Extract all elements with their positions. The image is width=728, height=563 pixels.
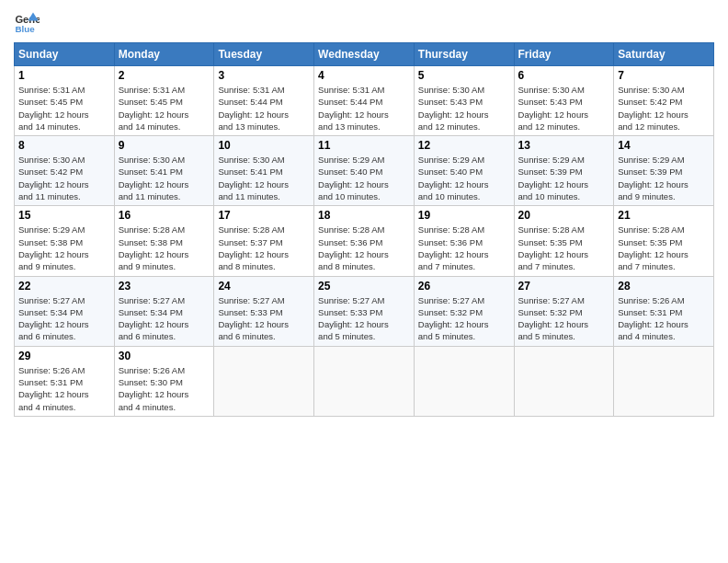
day-info: Sunrise: 5:31 AMSunset: 5:44 PMDaylight:… (218, 84, 310, 132)
svg-text:Blue: Blue (15, 24, 35, 34)
calendar-cell: 7Sunrise: 5:30 AMSunset: 5:42 PMDaylight… (614, 66, 714, 136)
calendar-cell: 27Sunrise: 5:27 AMSunset: 5:32 PMDayligh… (514, 276, 614, 346)
logo: General Blue (14, 9, 40, 35)
day-info: Sunrise: 5:27 AMSunset: 5:33 PMDaylight:… (218, 294, 310, 343)
calendar-cell: 6Sunrise: 5:30 AMSunset: 5:43 PMDaylight… (514, 66, 614, 136)
calendar-cell: 4Sunrise: 5:31 AMSunset: 5:44 PMDaylight… (314, 66, 415, 136)
calendar-week-5: 29Sunrise: 5:26 AMSunset: 5:31 PMDayligh… (15, 346, 714, 416)
weekday-header-tuesday: Tuesday (214, 43, 314, 66)
calendar-cell: 12Sunrise: 5:29 AMSunset: 5:40 PMDayligh… (414, 136, 514, 206)
day-info: Sunrise: 5:27 AMSunset: 5:34 PMDaylight:… (18, 294, 110, 343)
day-number: 8 (18, 139, 110, 152)
day-number: 23 (119, 280, 210, 293)
calendar-cell (414, 346, 514, 416)
calendar-cell: 21Sunrise: 5:28 AMSunset: 5:35 PMDayligh… (614, 206, 714, 276)
day-info: Sunrise: 5:27 AMSunset: 5:32 PMDaylight:… (418, 294, 510, 343)
day-number: 24 (218, 280, 310, 293)
calendar-cell: 25Sunrise: 5:27 AMSunset: 5:33 PMDayligh… (314, 276, 415, 346)
weekday-header-wednesday: Wednesday (314, 43, 415, 66)
day-info: Sunrise: 5:30 AMSunset: 5:41 PMDaylight:… (119, 154, 210, 202)
calendar-cell: 1Sunrise: 5:31 AMSunset: 5:45 PMDaylight… (15, 66, 115, 136)
weekday-header-row: SundayMondayTuesdayWednesdayThursdayFrid… (15, 43, 714, 66)
calendar-body: 1Sunrise: 5:31 AMSunset: 5:45 PMDaylight… (15, 66, 714, 417)
day-info: Sunrise: 5:29 AMSunset: 5:39 PMDaylight:… (618, 154, 710, 202)
calendar-cell: 26Sunrise: 5:27 AMSunset: 5:32 PMDayligh… (414, 276, 514, 346)
weekday-header-saturday: Saturday (614, 43, 714, 66)
day-number: 14 (618, 139, 710, 152)
calendar-container: General Blue SundayMondayTuesdayWednesda… (0, 0, 728, 426)
calendar-cell: 23Sunrise: 5:27 AMSunset: 5:34 PMDayligh… (114, 276, 214, 346)
day-number: 1 (18, 69, 110, 82)
calendar-cell: 9Sunrise: 5:30 AMSunset: 5:41 PMDaylight… (114, 136, 214, 206)
day-info: Sunrise: 5:30 AMSunset: 5:41 PMDaylight:… (218, 154, 310, 202)
calendar-cell: 16Sunrise: 5:28 AMSunset: 5:38 PMDayligh… (114, 206, 214, 276)
day-info: Sunrise: 5:26 AMSunset: 5:31 PMDaylight:… (18, 364, 110, 413)
calendar-cell: 29Sunrise: 5:26 AMSunset: 5:31 PMDayligh… (15, 346, 115, 416)
day-number: 10 (218, 139, 310, 152)
calendar-cell: 22Sunrise: 5:27 AMSunset: 5:34 PMDayligh… (15, 276, 115, 346)
day-number: 18 (318, 209, 410, 222)
day-number: 26 (418, 280, 510, 293)
day-number: 21 (618, 209, 710, 222)
day-number: 19 (418, 209, 510, 222)
day-info: Sunrise: 5:30 AMSunset: 5:42 PMDaylight:… (618, 84, 710, 132)
day-number: 11 (318, 139, 410, 152)
day-info: Sunrise: 5:28 AMSunset: 5:38 PMDaylight:… (119, 224, 210, 272)
calendar-week-1: 1Sunrise: 5:31 AMSunset: 5:45 PMDaylight… (15, 66, 714, 136)
day-number: 27 (518, 280, 610, 293)
day-number: 16 (119, 209, 210, 222)
day-number: 30 (119, 350, 210, 362)
weekday-header-friday: Friday (514, 43, 614, 66)
day-number: 4 (318, 69, 410, 82)
calendar-cell: 8Sunrise: 5:30 AMSunset: 5:42 PMDaylight… (15, 136, 115, 206)
calendar-week-2: 8Sunrise: 5:30 AMSunset: 5:42 PMDaylight… (15, 136, 714, 206)
calendar-cell: 19Sunrise: 5:28 AMSunset: 5:36 PMDayligh… (414, 206, 514, 276)
calendar-cell (314, 346, 415, 416)
calendar-table: SundayMondayTuesdayWednesdayThursdayFrid… (14, 42, 714, 417)
day-number: 20 (518, 209, 610, 222)
calendar-cell: 14Sunrise: 5:29 AMSunset: 5:39 PMDayligh… (614, 136, 714, 206)
day-number: 17 (218, 209, 310, 222)
header: General Blue (14, 9, 714, 35)
weekday-header-monday: Monday (114, 43, 214, 66)
calendar-week-4: 22Sunrise: 5:27 AMSunset: 5:34 PMDayligh… (15, 276, 714, 346)
day-info: Sunrise: 5:31 AMSunset: 5:45 PMDaylight:… (119, 84, 210, 132)
day-info: Sunrise: 5:29 AMSunset: 5:39 PMDaylight:… (518, 154, 610, 202)
day-info: Sunrise: 5:31 AMSunset: 5:45 PMDaylight:… (18, 84, 110, 132)
day-info: Sunrise: 5:28 AMSunset: 5:35 PMDaylight:… (518, 224, 610, 272)
day-info: Sunrise: 5:27 AMSunset: 5:34 PMDaylight:… (119, 294, 210, 343)
weekday-header-thursday: Thursday (414, 43, 514, 66)
day-number: 22 (18, 280, 110, 293)
day-info: Sunrise: 5:28 AMSunset: 5:37 PMDaylight:… (218, 224, 310, 272)
day-info: Sunrise: 5:30 AMSunset: 5:43 PMDaylight:… (518, 84, 610, 132)
day-info: Sunrise: 5:29 AMSunset: 5:40 PMDaylight:… (318, 154, 410, 202)
day-info: Sunrise: 5:29 AMSunset: 5:40 PMDaylight:… (418, 154, 510, 202)
day-number: 15 (18, 209, 110, 222)
day-info: Sunrise: 5:29 AMSunset: 5:38 PMDaylight:… (18, 224, 110, 272)
day-info: Sunrise: 5:26 AMSunset: 5:31 PMDaylight:… (618, 294, 710, 343)
day-info: Sunrise: 5:30 AMSunset: 5:43 PMDaylight:… (418, 84, 510, 132)
calendar-cell: 5Sunrise: 5:30 AMSunset: 5:43 PMDaylight… (414, 66, 514, 136)
calendar-cell: 20Sunrise: 5:28 AMSunset: 5:35 PMDayligh… (514, 206, 614, 276)
calendar-cell (614, 346, 714, 416)
day-number: 12 (418, 139, 510, 152)
calendar-cell: 17Sunrise: 5:28 AMSunset: 5:37 PMDayligh… (214, 206, 314, 276)
calendar-cell: 24Sunrise: 5:27 AMSunset: 5:33 PMDayligh… (214, 276, 314, 346)
day-info: Sunrise: 5:28 AMSunset: 5:36 PMDaylight:… (418, 224, 510, 272)
day-number: 6 (518, 69, 610, 82)
day-number: 28 (618, 280, 710, 293)
day-number: 13 (518, 139, 610, 152)
day-number: 9 (119, 139, 210, 152)
calendar-cell: 18Sunrise: 5:28 AMSunset: 5:36 PMDayligh… (314, 206, 415, 276)
calendar-cell: 30Sunrise: 5:26 AMSunset: 5:30 PMDayligh… (114, 346, 214, 416)
day-info: Sunrise: 5:28 AMSunset: 5:36 PMDaylight:… (318, 224, 410, 272)
calendar-cell: 28Sunrise: 5:26 AMSunset: 5:31 PMDayligh… (614, 276, 714, 346)
calendar-cell: 2Sunrise: 5:31 AMSunset: 5:45 PMDaylight… (114, 66, 214, 136)
day-info: Sunrise: 5:30 AMSunset: 5:42 PMDaylight:… (18, 154, 110, 202)
calendar-cell: 11Sunrise: 5:29 AMSunset: 5:40 PMDayligh… (314, 136, 415, 206)
calendar-cell: 3Sunrise: 5:31 AMSunset: 5:44 PMDaylight… (214, 66, 314, 136)
day-number: 3 (218, 69, 310, 82)
day-number: 2 (119, 69, 210, 82)
weekday-header-sunday: Sunday (15, 43, 115, 66)
day-number: 29 (18, 350, 110, 362)
